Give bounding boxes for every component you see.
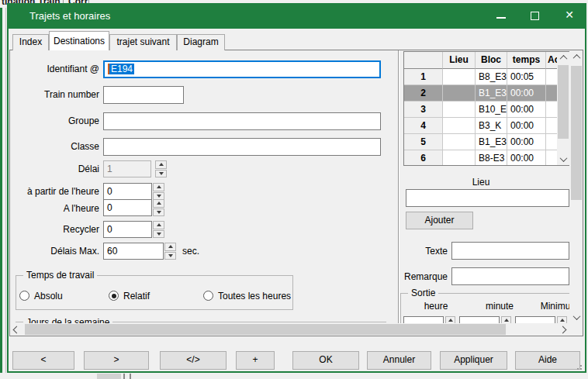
next-button[interactable]: > — [84, 351, 149, 370]
row-1-bloc[interactable]: B8_E3 — [476, 69, 507, 85]
tab-destinations[interactable]: Destinations — [49, 31, 109, 50]
table-scrollbar-thumb[interactable] — [558, 65, 569, 139]
row-6-num[interactable]: 6 — [404, 150, 443, 166]
row-2-bloc[interactable]: B1_E3 — [476, 85, 507, 102]
spin-up-icon[interactable] — [501, 316, 511, 323]
row-5-num[interactable]: 5 — [404, 134, 443, 150]
delais-max-label: Délais Max. — [10, 246, 99, 257]
sortie-legend: Sortie — [408, 288, 438, 298]
spin-up-icon[interactable] — [153, 199, 164, 208]
row-4-lieu[interactable] — [443, 118, 476, 134]
a-lheure-spinner[interactable] — [153, 199, 164, 216]
spin-down-icon[interactable] — [164, 252, 176, 260]
spin-up-icon[interactable] — [155, 160, 167, 169]
radio-toutes-les-heures[interactable] — [203, 291, 213, 301]
close-button[interactable]: ✕ — [552, 3, 586, 29]
tab-index[interactable]: Index — [12, 34, 49, 50]
remarque-field[interactable] — [451, 267, 569, 285]
radio-toutes-les-heures-label[interactable]: Toutes les heures — [218, 291, 291, 301]
row-3-num[interactable]: 3 — [404, 102, 443, 118]
ok-button[interactable]: OK — [292, 351, 359, 370]
spin-up-icon[interactable] — [445, 316, 455, 323]
spin-up-icon[interactable] — [153, 221, 164, 229]
scroll-right-icon[interactable] — [556, 323, 569, 336]
scroll-down-icon[interactable] — [557, 153, 569, 165]
groupe-field[interactable] — [103, 112, 381, 130]
row-2-temps[interactable]: 00:00 — [507, 85, 546, 102]
col-header-row[interactable] — [404, 52, 443, 69]
row-6-bloc[interactable]: B8-E3 — [476, 150, 507, 166]
delais-max-field[interactable]: 60 — [103, 243, 164, 260]
row-3-temps[interactable]: 00:00 — [507, 102, 546, 118]
identifiant-field[interactable]: E194 — [103, 60, 381, 78]
vertical-scrollbar-thumb[interactable] — [571, 66, 582, 200]
appliquer-button[interactable]: Appliquer — [440, 351, 507, 370]
train-number-field[interactable] — [103, 86, 184, 104]
scroll-left-icon[interactable] — [10, 323, 23, 336]
prev-button[interactable]: < — [12, 351, 74, 370]
delai-spinner[interactable] — [155, 160, 167, 177]
a-lheure-label: A l'heure — [10, 203, 99, 214]
annuler-button[interactable]: Annuler — [367, 351, 431, 370]
destinations-table[interactable]: Lieu Bloc temps Action 1 B8_E3 00:05 2 B… — [403, 51, 569, 166]
aide-button[interactable]: Aide — [515, 351, 580, 370]
row-5-temps[interactable]: 00:00 — [507, 134, 546, 150]
a-partir-field[interactable]: 0 — [103, 183, 152, 200]
row-2-lieu[interactable] — [443, 85, 476, 102]
row-1-lieu[interactable] — [443, 69, 476, 85]
radio-absolu-label[interactable]: Absolu — [34, 291, 63, 301]
sortie-minimum-field[interactable] — [515, 316, 555, 323]
radio-relatif[interactable] — [109, 291, 119, 301]
row-1-num[interactable]: 1 — [404, 69, 443, 85]
horizontal-scrollbar[interactable] — [10, 323, 569, 336]
add-button[interactable]: + — [236, 351, 275, 370]
recycler-field[interactable]: 0 — [103, 221, 152, 238]
recycler-spinner[interactable] — [153, 221, 164, 238]
tab-diagram[interactable]: Diagram — [177, 34, 225, 50]
col-header-bloc[interactable]: Bloc — [476, 52, 507, 69]
scroll-down-icon[interactable] — [570, 311, 583, 323]
maximize-button[interactable] — [518, 3, 552, 29]
spin-down-icon[interactable] — [155, 170, 167, 178]
delais-max-spinner[interactable] — [164, 243, 176, 260]
tab-trajet-suivant[interactable]: trajet suivant — [109, 34, 177, 50]
a-partir-spinner[interactable] — [153, 183, 164, 200]
sortie-minute-field[interactable] — [459, 316, 500, 323]
row-5-lieu[interactable] — [443, 134, 476, 150]
table-scrollbar[interactable] — [557, 52, 569, 165]
lieu-field[interactable] — [406, 189, 569, 207]
sortie-heure-field[interactable] — [403, 316, 444, 323]
scroll-up-icon[interactable] — [570, 50, 583, 63]
classe-field[interactable] — [103, 138, 381, 156]
sortie-minimum-spinner[interactable] — [557, 316, 567, 323]
row-1-temps[interactable]: 00:05 — [507, 69, 546, 85]
row-6-lieu[interactable] — [443, 150, 476, 166]
spin-up-icon[interactable] — [153, 183, 164, 191]
texte-field[interactable] — [451, 242, 569, 260]
a-lheure-field[interactable]: 0 — [103, 199, 152, 216]
spin-up-icon[interactable] — [164, 243, 176, 251]
scroll-up-icon[interactable] — [557, 52, 569, 64]
horizontal-scrollbar-thumb[interactable] — [25, 324, 506, 335]
radio-relatif-label[interactable]: Relatif — [123, 291, 150, 301]
row-4-bloc[interactable]: B3_K — [476, 118, 507, 134]
col-header-lieu[interactable]: Lieu — [443, 52, 476, 69]
radio-absolu[interactable] — [19, 291, 29, 301]
ajouter-button[interactable]: Ajouter — [406, 212, 473, 229]
minimize-button[interactable] — [484, 3, 518, 29]
row-5-bloc[interactable]: B1_E3 — [476, 134, 507, 150]
main-vertical-scrollbar[interactable] — [570, 50, 583, 323]
spin-up-icon[interactable] — [557, 316, 567, 323]
row-3-lieu[interactable] — [443, 102, 476, 118]
row-3-bloc[interactable]: B10_E3 — [476, 102, 507, 118]
sortie-heure-spinner[interactable] — [445, 316, 455, 323]
row-4-num[interactable]: 4 — [404, 118, 443, 134]
row-6-temps[interactable]: 00:00 — [507, 150, 546, 166]
sortie-minute-spinner[interactable] — [501, 316, 511, 323]
spin-down-icon[interactable] — [153, 208, 164, 217]
row-2-num[interactable]: 2 — [404, 85, 443, 102]
spin-down-icon[interactable] — [153, 230, 164, 239]
col-header-temps[interactable]: temps — [507, 52, 546, 69]
code-button[interactable]: </> — [160, 351, 227, 370]
row-4-temps[interactable]: 00:00 — [507, 118, 546, 134]
